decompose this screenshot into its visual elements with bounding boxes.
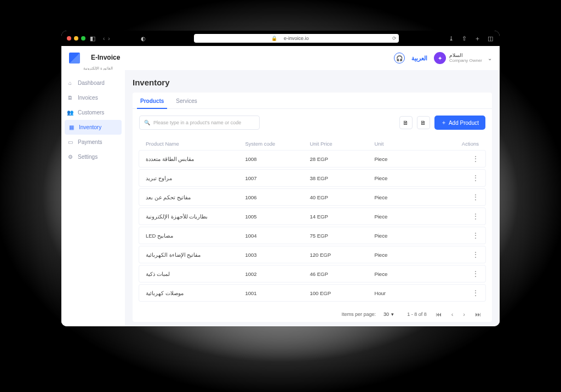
tabs-icon[interactable]: ◫ — [486, 34, 494, 43]
sidebar-item-settings[interactable]: ⚙ Settings — [61, 149, 125, 164]
document-icon: 🗎 — [67, 95, 73, 101]
gear-icon: ⚙ — [67, 154, 73, 160]
cell-unit: Piece — [374, 233, 439, 239]
file-icon: 🗎 — [403, 119, 409, 126]
sidebar-item-invoices[interactable]: 🗎 Invoices — [61, 90, 125, 105]
cell-code: 1002 — [245, 271, 310, 277]
card-icon: ▭ — [67, 139, 73, 145]
cell-price: 100 EGP — [310, 290, 374, 296]
browser-chrome: ◧ ‹ › ◐ 🔒 e-invoice.io ⟳ ⤓ ⇧ ＋ ◫ — [61, 31, 500, 46]
add-product-button[interactable]: ＋ Add Product — [434, 116, 485, 130]
items-per-page-select[interactable]: 30 — [383, 312, 399, 317]
nav-forward-button[interactable]: › — [108, 36, 110, 42]
file-icon: 🗎 — [420, 119, 426, 126]
url-text: e-invoice.io — [284, 36, 309, 41]
sidebar-item-customers[interactable]: 👥 Customers — [61, 105, 125, 120]
brand-logo[interactable]: E-Invoice الفاتورة الإلكترونية — [69, 47, 128, 70]
cell-price: 14 EGP — [310, 214, 374, 220]
items-per-page-label: Items per page: — [342, 312, 376, 317]
table-row: لمبات ذكية100246 EGPPiece⋮ — [139, 266, 485, 282]
sidebar-item-payments[interactable]: ▭ Payments — [61, 135, 125, 149]
export-button-2[interactable]: 🗎 — [417, 116, 430, 129]
chevron-down-icon: ⌄ — [488, 55, 492, 61]
refresh-icon[interactable]: ⟳ — [392, 36, 397, 41]
cell-unit: Piece — [374, 271, 439, 277]
download-icon[interactable]: ⤓ — [447, 34, 455, 43]
lock-icon: 🔒 — [271, 36, 277, 41]
toolbar: 🔍 Please type in a product's name or cod… — [133, 109, 492, 136]
tab-products[interactable]: Products — [139, 93, 165, 108]
maximize-window-button[interactable] — [81, 36, 85, 41]
share-icon[interactable]: ⇧ — [460, 34, 468, 43]
cell-code: 1003 — [245, 252, 310, 258]
shield-icon[interactable]: ◐ — [141, 36, 146, 42]
add-product-label: Add Product — [449, 120, 479, 126]
brand-name: E-Invoice — [83, 47, 128, 65]
brand-subtitle: الفاتورة الإلكترونية — [83, 66, 128, 70]
sidebar-item-label: Inventory — [79, 124, 101, 130]
first-page-button[interactable]: ⏮ — [434, 311, 443, 318]
products-table: Product Name System code Unit Price Unit… — [133, 136, 492, 308]
next-page-button[interactable]: › — [462, 311, 466, 318]
sidebar-item-inventory[interactable]: ▦ Inventory — [65, 120, 122, 135]
col-header-code: System code — [245, 141, 310, 147]
cell-unit: Piece — [374, 214, 439, 220]
sidebar-item-label: Customers — [78, 109, 104, 116]
page-range: 1 - 8 of 8 — [407, 312, 427, 317]
table-row: مفاتيح الإضاءة الكهربائية1003120 EGPPiec… — [139, 246, 485, 263]
user-role: Company Owner — [449, 59, 482, 64]
prev-page-button[interactable]: ‹ — [450, 311, 455, 318]
cell-price: 40 EGP — [310, 194, 374, 200]
cell-unit: Piece — [374, 175, 439, 181]
row-actions-menu[interactable]: ⋮ — [472, 193, 479, 201]
plus-icon: ＋ — [441, 119, 446, 126]
cell-price: 38 EGP — [310, 175, 374, 181]
col-header-name: Product Name — [146, 141, 245, 147]
cell-unit: Hour — [374, 290, 439, 296]
row-actions-menu[interactable]: ⋮ — [472, 232, 479, 239]
row-actions-menu[interactable]: ⋮ — [472, 155, 479, 163]
col-header-unit: Unit — [374, 141, 439, 147]
cell-code: 1005 — [245, 214, 310, 220]
user-menu[interactable]: ✦ السلام Company Owner ⌄ — [434, 52, 492, 64]
search-input[interactable]: 🔍 Please type in a product's name or cod… — [139, 116, 260, 130]
cell-code: 1004 — [245, 233, 310, 239]
row-actions-menu[interactable]: ⋮ — [472, 289, 479, 297]
export-button-1[interactable]: 🗎 — [399, 116, 413, 129]
sidebar: ⌂ Dashboard 🗎 Invoices 👥 Customers ▦ Inv… — [61, 70, 125, 326]
address-bar[interactable]: 🔒 e-invoice.io ⟳ — [194, 34, 399, 43]
table-row: LED مصابيح100475 EGPPiece⋮ — [139, 227, 485, 244]
sidebar-toggle-icon[interactable]: ◧ — [90, 35, 95, 42]
cell-code: 1001 — [245, 290, 310, 296]
row-actions-menu[interactable]: ⋮ — [472, 251, 479, 258]
minimize-window-button[interactable] — [74, 36, 78, 41]
last-page-button[interactable]: ⏭ — [474, 311, 482, 318]
language-switch[interactable]: العربية — [411, 55, 427, 62]
table-header: Product Name System code Unit Price Unit… — [139, 136, 485, 151]
support-icon[interactable]: 🎧 — [394, 53, 405, 64]
nav-back-button[interactable]: ‹ — [103, 36, 105, 42]
row-actions-menu[interactable]: ⋮ — [472, 270, 479, 278]
table-row: مفاتيح تحكم عن بعد100640 EGPPiece⋮ — [139, 189, 485, 205]
sidebar-item-dashboard[interactable]: ⌂ Dashboard — [61, 76, 125, 90]
table-row: مراوح تبريد100738 EGPPiece⋮ — [139, 170, 485, 186]
cell-code: 1006 — [245, 194, 310, 200]
cell-name: مقابس الطاقة متعددة — [146, 156, 245, 162]
tab-services[interactable]: Services — [175, 93, 198, 108]
box-icon: ▦ — [68, 124, 75, 130]
row-actions-menu[interactable]: ⋮ — [472, 174, 479, 182]
users-icon: 👥 — [67, 109, 73, 116]
row-actions-menu[interactable]: ⋮ — [472, 212, 479, 220]
page-title: Inventory — [133, 78, 492, 87]
app-window: ◧ ‹ › ◐ 🔒 e-invoice.io ⟳ ⤓ ⇧ ＋ ◫ E-Invoi… — [61, 31, 500, 326]
sidebar-item-label: Invoices — [78, 95, 98, 101]
col-header-price: Unit Price — [310, 141, 374, 147]
sidebar-item-label: Payments — [78, 139, 102, 145]
search-placeholder: Please type in a product's name or code — [153, 120, 241, 125]
new-tab-button[interactable]: ＋ — [473, 34, 481, 43]
close-window-button[interactable] — [67, 36, 71, 41]
cell-code: 1008 — [245, 156, 310, 162]
cell-unit: Piece — [374, 252, 439, 258]
table-row: بطاريات للأجهزة الإلكترونية100514 EGPPie… — [139, 208, 485, 224]
cell-name: مفاتيح الإضاءة الكهربائية — [146, 252, 245, 258]
